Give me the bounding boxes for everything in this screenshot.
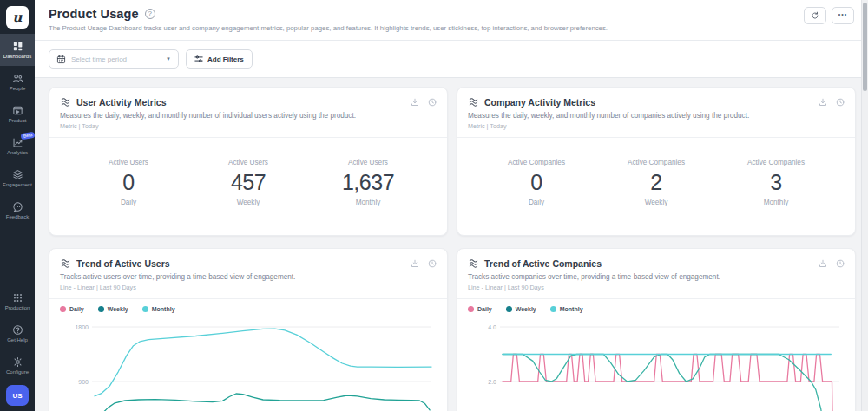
beta-badge: Beta — [20, 132, 35, 140]
help-icon — [12, 324, 23, 336]
metric-daily: Active Companies 0 Daily — [497, 159, 575, 206]
app-window: u Dashboards People Product Beta Analyti… — [0, 0, 868, 411]
download-icon[interactable] — [819, 259, 827, 268]
page-description: The Product Usage Dashboard tracks user … — [49, 24, 856, 32]
sidebar-item-label: Analytics — [7, 150, 28, 155]
svg-text:2.0: 2.0 — [488, 379, 496, 385]
userpilot-logo[interactable]: u — [6, 6, 29, 29]
product-icon — [12, 105, 23, 116]
card-description: Measures the daily, weekly, and monthly … — [468, 112, 845, 120]
metric-value: 1,637 — [329, 170, 407, 195]
download-icon[interactable] — [411, 259, 419, 268]
card-title: Company Activity Metrics — [484, 97, 595, 108]
engagement-icon — [12, 169, 23, 180]
people-icon — [12, 73, 23, 84]
sidebar-item-label: Configure — [6, 369, 29, 375]
divider — [49, 298, 447, 299]
clock-icon[interactable] — [428, 98, 437, 107]
refresh-button[interactable] — [804, 7, 826, 24]
sidebar-item-product[interactable]: Product — [0, 98, 35, 130]
sidebar-item-label: Get Help — [7, 337, 28, 342]
filter-sliders-icon — [194, 55, 203, 63]
add-filters-button[interactable]: Add Filters — [186, 49, 253, 68]
svg-text:1800: 1800 — [75, 324, 89, 330]
scrollbar-thumb[interactable] — [863, 3, 867, 91]
sidebar-item-label: Dashboards — [3, 54, 31, 59]
calendar-icon — [56, 55, 66, 64]
metric-type-icon — [60, 258, 71, 269]
legend-marker — [506, 306, 512, 312]
gear-icon — [12, 356, 23, 368]
sidebar-item-label: Engagement — [3, 182, 32, 187]
chevron-down-icon: ▼ — [166, 56, 171, 62]
card-company-activity-metrics: Company Activity Metrics Measures the da… — [457, 87, 856, 236]
legend-marker — [142, 306, 148, 312]
metric-monthly: Active Companies 3 Monthly — [737, 159, 815, 206]
legend-daily[interactable]: Daily — [468, 306, 492, 312]
sidebar-item-engagement[interactable]: Engagement — [0, 162, 35, 194]
card-title: Trend of Active Users — [76, 258, 170, 269]
sidebar-item-feedback[interactable]: Feedback — [0, 194, 35, 226]
card-meta: Line - Linear | Last 90 Days — [468, 284, 845, 291]
legend-weekly[interactable]: Weekly — [98, 306, 128, 312]
card-trend-active-users: Trend of Active Users Tracks active user… — [49, 248, 448, 411]
legend-daily[interactable]: Daily — [60, 306, 84, 312]
legend-marker — [550, 306, 556, 312]
card-description: Measures the daily, weekly, and monthly … — [60, 112, 437, 120]
legend-weekly[interactable]: Weekly — [506, 306, 536, 312]
page-header: Product Usage ? The Product Usage Dashbo… — [35, 0, 868, 41]
chart-legend: Daily Weekly Monthly — [60, 306, 437, 312]
sidebar-item-label: Production — [5, 305, 30, 310]
card-user-activity-metrics: User Activity Metrics Measures the daily… — [49, 87, 448, 236]
clock-icon[interactable] — [428, 259, 437, 268]
ellipsis-icon: ••• — [838, 11, 847, 20]
metric-value: 0 — [89, 170, 168, 195]
sidebar-item-production[interactable]: Production — [0, 285, 35, 317]
dashboards-icon — [12, 41, 23, 52]
time-period-select[interactable]: Select time period ▼ — [49, 49, 179, 68]
card-description: Tracks active companies over time, provi… — [468, 273, 845, 281]
metric-monthly: Active Users 1,637 Monthly — [329, 159, 407, 206]
metric-value: 0 — [497, 170, 575, 195]
time-period-placeholder: Select time period — [71, 55, 127, 63]
legend-monthly[interactable]: Monthly — [142, 306, 175, 312]
metric-daily: Active Users 0 Daily — [89, 159, 168, 206]
card-title: Trend of Active Companies — [484, 258, 602, 269]
metric-value: 457 — [209, 170, 287, 195]
chart-legend: Daily Weekly Monthly — [468, 306, 845, 312]
add-filters-label: Add Filters — [207, 55, 244, 63]
clock-icon[interactable] — [836, 98, 845, 107]
filter-bar: Select time period ▼ Add Filters — [35, 41, 868, 78]
sidebar-item-people[interactable]: People — [0, 66, 35, 98]
sidebar: u Dashboards People Product Beta Analyti… — [0, 0, 35, 411]
sidebar-item-analytics[interactable]: Beta Analytics — [0, 130, 35, 162]
download-icon[interactable] — [411, 98, 419, 107]
card-meta: Line - Linear | Last 90 Days — [60, 284, 437, 291]
svg-text:4.0: 4.0 — [488, 324, 496, 330]
card-description: Tracks active users over time, providing… — [60, 273, 437, 281]
legend-marker — [468, 306, 474, 312]
refresh-icon — [811, 11, 819, 20]
sidebar-item-get-help[interactable]: Get Help — [0, 317, 35, 349]
vertical-scrollbar — [861, 0, 868, 411]
metric-value: 2 — [617, 170, 695, 195]
metric-type-icon — [468, 258, 479, 269]
metric-type-icon — [60, 96, 71, 108]
user-avatar[interactable]: US — [6, 385, 29, 406]
clock-icon[interactable] — [836, 259, 845, 268]
line-chart-active-users: 1800900 — [60, 316, 437, 411]
page-title: Product Usage — [49, 7, 139, 21]
production-grid-icon — [12, 292, 23, 303]
card-title: User Activity Metrics — [76, 97, 167, 108]
download-icon[interactable] — [819, 98, 827, 107]
more-options-button[interactable]: ••• — [832, 7, 854, 24]
divider — [457, 298, 855, 299]
sidebar-item-configure[interactable]: Configure — [0, 349, 35, 382]
metric-weekly: Active Users 457 Weekly — [209, 159, 287, 206]
sidebar-item-label: Product — [9, 118, 27, 123]
line-chart-active-companies: 4.02.0 — [468, 316, 845, 411]
help-circle-icon[interactable]: ? — [145, 9, 155, 19]
card-trend-active-companies: Trend of Active Companies Tracks active … — [457, 248, 856, 411]
sidebar-item-dashboards[interactable]: Dashboards — [0, 34, 35, 66]
legend-monthly[interactable]: Monthly — [550, 306, 583, 312]
